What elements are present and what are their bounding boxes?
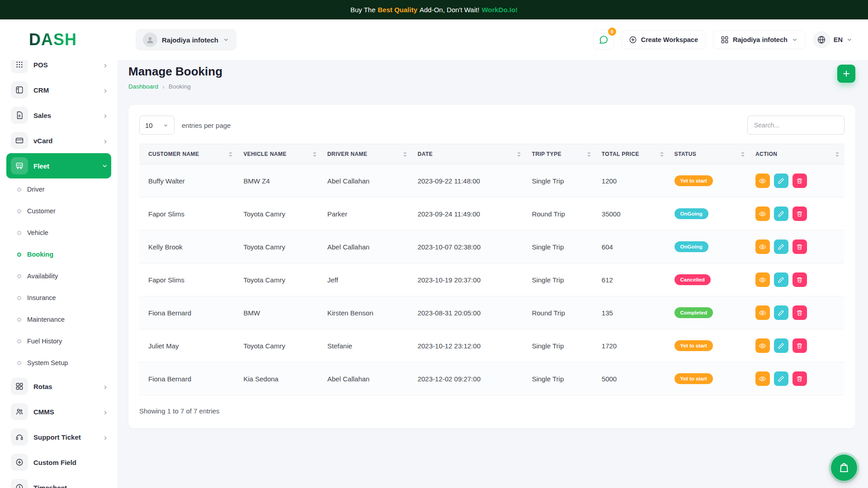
crm-icon (11, 81, 28, 99)
cell-action (750, 164, 844, 197)
breadcrumb-current: Booking (169, 83, 191, 90)
column-label: Total Price (602, 151, 639, 157)
edit-button[interactable] (774, 371, 788, 386)
cell-action (750, 296, 844, 329)
sidebar-subitem-customer[interactable]: Customer (6, 200, 111, 222)
fleet-icon (11, 157, 28, 174)
chevron-down-icon (792, 37, 798, 43)
edit-button[interactable] (774, 174, 788, 188)
sidebar-subitem-insurance[interactable]: Insurance (6, 287, 111, 309)
sort-icon[interactable] (835, 152, 839, 157)
status-badge: OnGoing (675, 208, 708, 219)
delete-button[interactable] (793, 239, 807, 254)
entries-per-page-select[interactable]: 10 (139, 116, 175, 135)
column-header-driver-name[interactable]: Driver Name (322, 144, 412, 164)
view-button[interactable] (755, 371, 770, 386)
sidebar-item-crm[interactable]: CRM (6, 77, 111, 103)
sidebar-subitem-availability[interactable]: Availability (6, 265, 111, 287)
delete-button[interactable] (793, 338, 807, 353)
company-selector[interactable]: Rajodiya infotech (713, 30, 806, 49)
sort-icon[interactable] (587, 152, 591, 157)
delete-button[interactable] (793, 371, 807, 386)
messages-button[interactable]: 0 (593, 30, 614, 50)
cell-trip-type: Single Trip (526, 230, 596, 263)
sidebar-item-fleet[interactable]: Fleet (6, 153, 111, 178)
sidebar-item-label: Custom Field (33, 459, 107, 466)
column-header-customer-name[interactable]: Customer Name (139, 144, 238, 164)
app-logo[interactable]: DASH (29, 30, 77, 49)
column-label: Driver Name (327, 151, 367, 157)
row-actions (755, 206, 839, 221)
sort-icon[interactable] (229, 152, 232, 157)
edit-button[interactable] (774, 338, 788, 353)
banner-text: Buy The (350, 6, 376, 14)
sort-icon[interactable] (660, 152, 664, 157)
sidebar-subitem-fuel-history[interactable]: Fuel History (6, 330, 111, 352)
view-button[interactable] (755, 305, 770, 320)
edit-button[interactable] (774, 272, 788, 287)
language-selector[interactable]: EN (813, 31, 853, 48)
delete-button[interactable] (793, 305, 807, 320)
grid-icon (721, 36, 729, 44)
sidebar-subitem-driver[interactable]: Driver (6, 178, 111, 200)
edit-button[interactable] (774, 206, 788, 221)
sort-icon[interactable] (403, 152, 407, 157)
messages-badge: 0 (608, 28, 616, 36)
sidebar-subitem-vehicle[interactable]: Vehicle (6, 222, 111, 244)
plus-icon (842, 69, 851, 78)
column-header-vehicle-name[interactable]: Vehicle Name (238, 144, 322, 164)
eye-icon (759, 178, 766, 184)
sidebar-item-custom-field[interactable]: Custom Field (6, 450, 111, 475)
view-button[interactable] (755, 239, 770, 254)
sidebar-item-cmms[interactable]: CMMS (6, 399, 111, 424)
cell-action (750, 263, 844, 296)
workspace-selector[interactable]: Rajodiya infotech (136, 29, 236, 51)
bullet-icon (17, 296, 21, 300)
column-header-total-price[interactable]: Total Price (596, 144, 669, 164)
cell-action (750, 329, 844, 362)
sidebar-subitem-booking[interactable]: Booking (6, 244, 111, 265)
sidebar-item-timesheet[interactable]: Timesheet (6, 475, 111, 488)
add-booking-button[interactable] (837, 65, 855, 83)
delete-button[interactable] (793, 174, 807, 188)
breadcrumb-dashboard-link[interactable]: Dashboard (128, 83, 158, 90)
search-input[interactable] (747, 116, 844, 135)
sidebar-item-support-ticket[interactable]: Support Ticket (6, 424, 111, 450)
delete-button[interactable] (793, 206, 807, 221)
cell-total-price: 612 (596, 263, 669, 296)
sidebar-item-sales[interactable]: Sales (6, 103, 111, 128)
column-header-action[interactable]: Action (750, 144, 844, 164)
sidebar-item-vcard[interactable]: vCard (6, 128, 111, 153)
sidebar-subitem-maintenance[interactable]: Maintenance (6, 309, 111, 330)
cell-vehicle-name: Toyota Camry (238, 329, 322, 362)
table-row: Fiona Bernard BMW Kirsten Benson 2023-08… (139, 296, 844, 329)
column-header-date[interactable]: Date (412, 144, 527, 164)
sidebar-item-rotas[interactable]: Rotas (6, 374, 111, 399)
delete-button[interactable] (793, 272, 807, 287)
create-workspace-button[interactable]: Create Workspace (621, 30, 706, 49)
edit-button[interactable] (774, 239, 788, 254)
sidebar-subitem-system-setup[interactable]: System Setup (6, 352, 111, 374)
addon-cart-button[interactable] (831, 455, 857, 481)
logo-container: DASH (0, 30, 118, 49)
column-header-status[interactable]: Status (669, 144, 750, 164)
eye-icon (759, 277, 766, 283)
sidebar-item-pos[interactable]: POS (6, 60, 111, 77)
edit-button[interactable] (774, 305, 788, 320)
table-row: Fiona Bernard Kia Sedona Abel Callahan 2… (139, 362, 844, 395)
chevron-right-icon (104, 408, 107, 416)
column-header-trip-type[interactable]: Trip Type (526, 144, 596, 164)
sort-icon[interactable] (741, 152, 745, 157)
sort-icon[interactable] (313, 152, 316, 157)
shopping-bag-icon (838, 462, 850, 474)
view-button[interactable] (755, 272, 770, 287)
banner-link[interactable]: WorkDo.Io! (481, 6, 518, 14)
view-button[interactable] (755, 338, 770, 353)
entries-per-page-label: entries per page (182, 122, 231, 129)
cell-status: Yet to start (669, 329, 750, 362)
sort-icon[interactable] (517, 152, 521, 157)
view-button[interactable] (755, 174, 770, 188)
view-button[interactable] (755, 206, 770, 221)
cell-customer-name: Juliet May (139, 329, 238, 362)
bullet-icon (17, 188, 21, 192)
